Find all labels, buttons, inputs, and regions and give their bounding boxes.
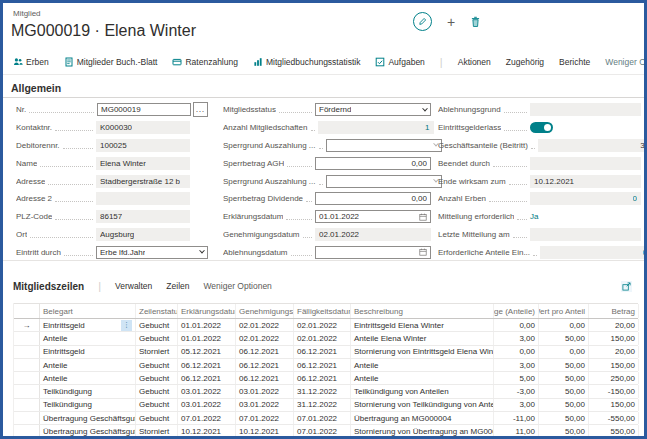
anzahl-mitgliedschaften-value-link[interactable]: 1	[425, 123, 429, 132]
cell-description: Stornierung von Teilkündigung von Anteil…	[351, 399, 494, 411]
table-row[interactable]: TeilkündigungGebucht03.01.202203.01.2022…	[14, 399, 638, 412]
field-adresse: AdresseStadbergerstraße 12 b	[16, 172, 208, 190]
table-row[interactable]: TeilkündigungGebucht03.01.202203.01.2022…	[14, 385, 638, 398]
column-header-status[interactable]: Zeilenstatus	[136, 304, 178, 318]
row-context-menu-icon[interactable]: ⋮	[121, 320, 132, 331]
table-row[interactable]: AnteileGebucht06.12.202106.12.202106.12.…	[14, 372, 638, 385]
menu-berichte[interactable]: Berichte	[559, 57, 590, 67]
calendar-icon[interactable]	[419, 213, 427, 221]
field-mitteilung-erforderlich: Mitteilung erforderlichJa	[438, 208, 641, 226]
page-title: MG000019 · Elena Winter	[11, 22, 196, 40]
cell-due_date: 07.01.2022	[294, 425, 351, 437]
menu-aktionen[interactable]: Aktionen	[458, 57, 491, 67]
sperrgrund-auszahlung-2-dropdown[interactable]	[326, 175, 442, 188]
field-sperrbetrag-dividende: Sperrbetrag Dividende0,00	[223, 190, 431, 208]
action-tasks[interactable]: Aufgaben	[375, 57, 424, 67]
ablehnungsgrund-slot	[530, 103, 641, 116]
debitorennr-value: 100025	[100, 141, 127, 150]
dotted-leader	[493, 160, 527, 167]
column-header-quantity[interactable]: Menge (Anteile)	[494, 304, 539, 318]
dotted-leader	[63, 142, 93, 149]
mitgliedsstatus-dropdown[interactable]: Fördernd	[315, 103, 431, 116]
section-allgemein-header[interactable]: Allgemein	[11, 82, 61, 94]
ablehnungsgrund-label: Ablehnungsgrund	[438, 105, 501, 114]
dotted-leader	[509, 178, 527, 185]
cell-due_date: 02.01.2022	[294, 319, 351, 331]
cell-declaration_date: 07.01.2022	[178, 412, 236, 424]
field-eintritt-durch: Eintritt durchErbe lfd.Jahr	[16, 243, 208, 261]
cell-value_per_share: 50,00	[539, 412, 589, 424]
cell-doc_type: Anteile	[40, 359, 136, 371]
general-column-2: MitgliedsstatusFörderndAnzahl Mitgliedsc…	[223, 101, 431, 261]
ablehnungsdatum-input[interactable]	[315, 246, 431, 259]
adresse-label: Adresse	[16, 177, 45, 186]
nr-input[interactable]: MG000019	[97, 103, 191, 116]
action-statistics[interactable]: Mitgliedbuchungsstatistik	[253, 57, 361, 67]
cell-declaration_date: 06.12.2021	[178, 359, 236, 371]
expand-icon[interactable]	[621, 281, 632, 292]
delete-trash-icon[interactable]	[470, 16, 481, 28]
cell-amount: 550,00	[589, 425, 639, 437]
assist-edit-button[interactable]: ...	[193, 102, 208, 117]
lines-section-header[interactable]: Mitgliedszeilen	[13, 281, 84, 292]
lines-menu-verwalten[interactable]: Verwalten	[115, 281, 152, 291]
cell-approval_date: 02.01.2022	[236, 332, 294, 344]
eintrittsgelderlass-toggle[interactable]	[530, 122, 553, 133]
field-kontaktnr: Kontaktnr.K000030	[16, 119, 208, 137]
kontaktnr-slot: K000030	[96, 121, 190, 134]
adresse-2-slot	[96, 192, 190, 205]
field-adresse-2: Adresse 2	[16, 190, 208, 208]
lines-menu-weniger-optionen[interactable]: Weniger Optionen	[203, 281, 271, 291]
table-row[interactable]: Übertragung GeschäftsguthabenGebucht07.0…	[14, 412, 638, 425]
cell-declaration_date: 06.12.2021	[178, 372, 236, 384]
dotted-leader	[504, 106, 527, 113]
cell-value_per_share: 50,00	[539, 399, 589, 411]
eintritt-durch-value: Erbe lfd.Jahr	[100, 248, 145, 257]
more-options-button[interactable]: Weniger Optionen	[605, 57, 647, 67]
adresse-slot: Stadbergerstraße 12 b	[96, 175, 190, 188]
column-header-approval_date[interactable]: Genehmigungsdatum	[236, 304, 294, 318]
column-header-description[interactable]: Beschreibung	[351, 304, 494, 318]
cell-status: Storniert	[136, 346, 178, 358]
cell-doc_type: Übertragung Geschäftsguthaben	[40, 412, 136, 424]
table-row[interactable]: AnteileGebucht06.12.202106.12.202106.12.…	[14, 359, 638, 372]
column-header-doc_type[interactable]: Belegart	[40, 304, 136, 318]
column-header-declaration_date[interactable]: Erklärungsdatum	[178, 304, 236, 318]
action-journal[interactable]: Mitglieder Buch.-Blatt	[64, 57, 158, 67]
table-row[interactable]: Übertragung GeschäftsguthabenStorniert10…	[14, 425, 638, 438]
action-installment[interactable]: Ratenzahlung	[172, 57, 237, 67]
sperrbetrag-dividende-input[interactable]: 0,00	[315, 192, 431, 205]
table-row[interactable]: →Eintrittsgeld⋮Gebucht01.01.202202.01.20…	[14, 319, 638, 332]
dotted-leader	[291, 249, 313, 256]
add-icon[interactable]: +	[447, 15, 455, 29]
adresse-value: Stadbergerstraße 12 b	[100, 177, 180, 186]
adresse-2-field	[96, 192, 190, 205]
lines-menu-zeilen[interactable]: Zeilen	[166, 281, 189, 291]
nr-label: Nr.	[16, 105, 26, 114]
letzte-mitteilung-am-label: Letzte Mitteilung am	[438, 230, 510, 239]
letzte-mitteilung-am-field	[530, 228, 641, 241]
erforderliche-anteile-value-link[interactable]: 0	[643, 248, 647, 257]
mitgliedsstatus-slot: Fördernd	[315, 103, 431, 116]
table-row[interactable]: EintrittsgeldStorniert05.12.202106.12.20…	[14, 346, 638, 359]
anzahl-erben-value-link[interactable]: 0	[633, 194, 637, 203]
journal-icon	[64, 57, 74, 67]
ende-wirksam-zum-value: 10.12.2021	[534, 177, 574, 186]
calendar-icon[interactable]	[419, 248, 427, 256]
column-header-due_date[interactable]: Fälligkeitsdatum	[294, 304, 351, 318]
cell-doc_type: Übertragung Geschäftsguthaben	[40, 425, 136, 437]
cell-value_per_share: 0,00	[539, 346, 589, 358]
column-header-amount[interactable]: Betrag	[589, 304, 639, 318]
ablehnungsdatum-label: Ablehnungsdatum	[223, 248, 288, 257]
sperrgrund-auszahlung-1-dropdown[interactable]	[326, 139, 442, 152]
mitteilung-erforderlich-value-link[interactable]: Ja	[530, 212, 538, 221]
table-row[interactable]: AnteileGebucht01.01.202202.01.202202.01.…	[14, 332, 638, 345]
erklaerungsdatum-input[interactable]: 01.01.2022	[315, 210, 431, 223]
menu-zugehörig[interactable]: Zugehörig	[506, 57, 544, 67]
column-header-value_per_share[interactable]: Wert pro Anteil	[539, 304, 589, 318]
sperrbetrag-agh-input[interactable]: 0,00	[315, 157, 431, 170]
action-people[interactable]: Erben	[13, 57, 49, 67]
edit-pencil-icon[interactable]	[413, 12, 432, 31]
plz-code-value: 86157	[100, 212, 122, 221]
eintritt-durch-dropdown[interactable]: Erbe lfd.Jahr	[96, 246, 208, 259]
